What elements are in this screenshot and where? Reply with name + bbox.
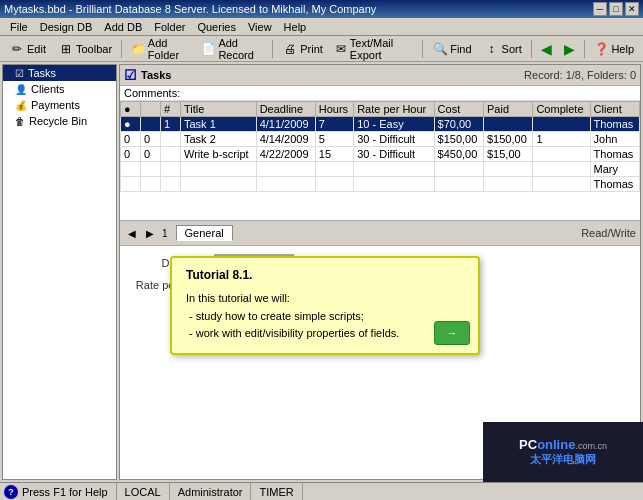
- col-header-1[interactable]: [141, 102, 161, 117]
- col-header-9[interactable]: Complete: [533, 102, 590, 117]
- cell-4-9: [533, 177, 590, 192]
- cell-4-6: [354, 177, 434, 192]
- toolbar-icon: ⊞: [58, 41, 74, 57]
- nav-icon: 🗑: [15, 116, 25, 127]
- cell-0-7: $70,00: [434, 117, 483, 132]
- add-record-button[interactable]: 📄 Add Record: [196, 38, 268, 60]
- table-row[interactable]: 00Write b-script4/22/20091530 - Difficul…: [121, 147, 640, 162]
- nav-item-tasks[interactable]: ☑Tasks: [3, 65, 116, 81]
- main-area: ☑Tasks👤Clients💰Payments🗑Recycle Bin ☑ Ta…: [0, 62, 643, 482]
- tabs-row: ◀ ▶ 1 General Read/Write: [120, 221, 640, 246]
- toolbar-toggle-button[interactable]: ⊞ Toolbar: [53, 38, 117, 60]
- toolbar-sep-4: [531, 40, 532, 58]
- nav-forward-icon: ▶: [564, 41, 575, 57]
- help-button[interactable]: ❓ Help: [588, 38, 639, 60]
- cell-4-0: [121, 177, 141, 192]
- tutorial-next-button[interactable]: →: [434, 321, 470, 345]
- comments-row: Comments:: [120, 86, 640, 101]
- cell-1-7: $150,00: [434, 132, 483, 147]
- nav-item-clients[interactable]: 👤Clients: [3, 81, 116, 97]
- menu-queries[interactable]: Queries: [191, 20, 242, 34]
- record-info: Record: 1/8, Folders: 0: [524, 69, 636, 81]
- tab-nav-forward[interactable]: ▶: [142, 222, 158, 244]
- col-header-8[interactable]: Paid: [484, 102, 533, 117]
- text-mail-export-button[interactable]: ✉ Text/Mail Export: [330, 38, 418, 60]
- nav-forward-button[interactable]: ▶: [559, 38, 580, 60]
- print-button[interactable]: 🖨 Print: [277, 38, 328, 60]
- col-header-7[interactable]: Cost: [434, 102, 483, 117]
- cell-0-6: 10 - Easy: [354, 117, 434, 132]
- cell-2-8: $15,00: [484, 147, 533, 162]
- cell-0-5: 7: [315, 117, 353, 132]
- cell-0-4: 4/11/2009: [256, 117, 315, 132]
- col-header-10[interactable]: Client: [590, 102, 639, 117]
- menu-add-db[interactable]: Add DB: [98, 20, 148, 34]
- cell-2-5: 15: [315, 147, 353, 162]
- menu-file[interactable]: File: [4, 20, 34, 34]
- table-row[interactable]: ●1Task 14/11/2009710 - Easy$70,00Thomas: [121, 117, 640, 132]
- cell-1-9: 1: [533, 132, 590, 147]
- admin-status: Administrator: [170, 483, 252, 500]
- col-header-5[interactable]: Hours: [315, 102, 353, 117]
- window-controls: ─ □ ✕: [593, 2, 639, 16]
- maximize-button[interactable]: □: [609, 2, 623, 16]
- cell-3-8: [484, 162, 533, 177]
- cell-4-3: [181, 177, 257, 192]
- find-button[interactable]: 🔍 Find: [427, 38, 476, 60]
- watermark-online: online: [537, 437, 575, 452]
- toolbar-sep-1: [121, 40, 122, 58]
- cell-2-9: [533, 147, 590, 162]
- table-row[interactable]: Mary: [121, 162, 640, 177]
- print-icon: 🖨: [282, 41, 298, 57]
- cell-1-6: 30 - Difficult: [354, 132, 434, 147]
- close-button[interactable]: ✕: [625, 2, 639, 16]
- right-panel: ☑ Tasks Record: 1/8, Folders: 0 Comments…: [119, 64, 641, 480]
- cell-3-2: [161, 162, 181, 177]
- col-header-3[interactable]: Title: [181, 102, 257, 117]
- cell-2-0: 0: [121, 147, 141, 162]
- tab-indicator: 1: [160, 228, 170, 239]
- toolbar-sep-3: [422, 40, 423, 58]
- edit-button[interactable]: ✏ Edit: [4, 38, 51, 60]
- col-header-2[interactable]: #: [161, 102, 181, 117]
- tutorial-body: In this tutorial we will: - study how to…: [186, 290, 464, 343]
- sort-button[interactable]: ↕ Sort: [479, 38, 527, 60]
- cell-2-10: Thomas: [590, 147, 639, 162]
- nav-back-button[interactable]: ◀: [536, 38, 557, 60]
- nav-icon: 👤: [15, 84, 27, 95]
- nav-icon: ☑: [15, 68, 24, 79]
- col-header-6[interactable]: Rate per Hour: [354, 102, 434, 117]
- cell-0-9: [533, 117, 590, 132]
- menu-folder[interactable]: Folder: [148, 20, 191, 34]
- menu-design-db[interactable]: Design DB: [34, 20, 99, 34]
- cell-1-3: Task 2: [181, 132, 257, 147]
- help-circle-icon: ?: [4, 485, 18, 499]
- menu-view[interactable]: View: [242, 20, 278, 34]
- tasks-icon: ☑: [124, 67, 137, 83]
- table-row[interactable]: Thomas: [121, 177, 640, 192]
- help-status: ? Press F1 for Help: [4, 483, 117, 500]
- table-scroll[interactable]: ●#TitleDeadlineHoursRate per HourCostPai…: [120, 101, 640, 221]
- title-text: Mytasks.bbd - Brilliant Database 8 Serve…: [4, 3, 376, 15]
- tab-general[interactable]: General: [176, 225, 233, 241]
- cell-4-7: [434, 177, 483, 192]
- add-folder-button[interactable]: 📁 Add Folder: [126, 38, 195, 60]
- col-header-4[interactable]: Deadline: [256, 102, 315, 117]
- watermark-line2: .com.cn: [575, 441, 607, 451]
- col-header-0[interactable]: ●: [121, 102, 141, 117]
- tasks-table: ●#TitleDeadlineHoursRate per HourCostPai…: [120, 101, 640, 192]
- tab-nav-back[interactable]: ◀: [124, 222, 140, 244]
- cell-1-5: 5: [315, 132, 353, 147]
- cell-3-6: [354, 162, 434, 177]
- edit-icon: ✏: [9, 41, 25, 57]
- cell-1-10: John: [590, 132, 639, 147]
- nav-item-recycle-bin[interactable]: 🗑Recycle Bin: [3, 113, 116, 129]
- nav-back-icon: ◀: [541, 41, 552, 57]
- menu-help[interactable]: Help: [278, 20, 313, 34]
- cell-3-7: [434, 162, 483, 177]
- table-row[interactable]: 00Task 24/14/2009530 - Difficult$150,00$…: [121, 132, 640, 147]
- toolbar-sep-5: [584, 40, 585, 58]
- watermark-brand: 太平洋电脑网: [530, 452, 596, 467]
- nav-item-payments[interactable]: 💰Payments: [3, 97, 116, 113]
- minimize-button[interactable]: ─: [593, 2, 607, 16]
